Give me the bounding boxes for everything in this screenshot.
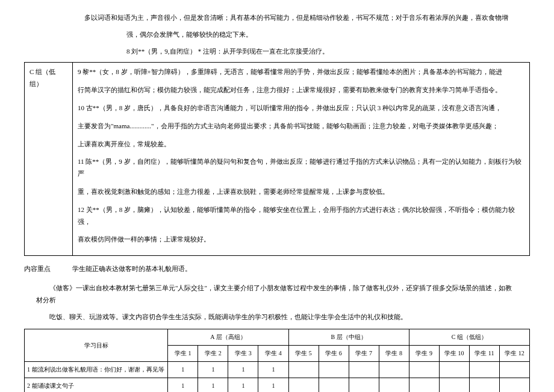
mark-cell: [499, 378, 529, 392]
intro-line2: 强，偶尔会发脾气，能够较快的稳定下来。: [126, 29, 530, 41]
mark-cell: [288, 362, 319, 378]
gc-p2: 行简单汉字的描红和仿写；模仿能力较强，能完成配对任务，注意力很好；上课常规很好，…: [78, 84, 524, 96]
th-student: 学生 7: [349, 346, 379, 362]
analysis-p2: 吃饭、聊天、玩游戏等。课文内容切合学生生活实际，既能调动学生的学习积极性，也能让…: [36, 311, 518, 323]
th-group-a: A 层（高组）: [168, 329, 288, 346]
mark-cell: [349, 378, 379, 392]
gc-p4: 主要发音为"mama............."，会用手指的方式主动向老师提出要…: [78, 120, 524, 132]
intro-line3: 8 刘**（男，9,自闭症）＊注明：从开学到现在一直在北京接受治疗。: [126, 46, 530, 58]
mark-cell: [439, 362, 469, 378]
analysis-p1: 《做客》一课出自校本教材第七册第三单元"人际交往"，课文主要介绍了小朋友做客过程…: [36, 282, 518, 306]
mark-cell: [409, 362, 439, 378]
mark-cell: [469, 362, 499, 378]
mark-cell: [499, 362, 529, 378]
th-student: 学生 9: [409, 346, 439, 362]
goal-text: 1 能流利说出做客礼貌用语：你们好，谢谢，再见等: [25, 362, 168, 378]
group-c-label: C 组（低组）: [25, 63, 73, 256]
goal-row: 2 能诵读课文句子1111: [25, 378, 530, 392]
th-goal: 学习目标: [25, 329, 168, 362]
gc-p5: 上课喜欢离开座位，常规较差。: [78, 138, 524, 151]
mark-cell: 1: [258, 362, 288, 378]
mark-cell: 1: [168, 362, 198, 378]
mark-cell: 1: [198, 362, 228, 378]
intro-line1: 多以词语和短语为主，声音很小，但是发音清晰；具有基本的书写能力，但是精细动作较差…: [84, 12, 530, 24]
mark-cell: [409, 378, 439, 392]
mark-cell: [379, 378, 409, 392]
gc-p7: 重，喜欢视觉刺激和触觉的感知；注意力很差，上课喜欢脱鞋，需要老师经常提醒常规，上…: [78, 186, 524, 198]
mark-cell: 1: [228, 378, 258, 392]
th-group-b: B 层（中组）: [288, 329, 409, 346]
th-student: 学生 4: [258, 346, 288, 362]
mark-cell: 1: [258, 378, 288, 392]
th-group-c: C 组（低组）: [409, 329, 529, 346]
th-student: 学生 6: [319, 346, 349, 362]
focus-label: 内容重点: [24, 263, 72, 275]
gc-p1: 9 黎**（女，8 岁，听障+智力障碍），多重障碍，无语言，能够看懂常用的手势，…: [78, 66, 524, 78]
mark-cell: [469, 378, 499, 392]
mark-cell: [379, 362, 409, 378]
th-student: 学生 8: [379, 346, 409, 362]
mark-cell: [319, 378, 349, 392]
th-student: 学生 10: [439, 346, 469, 362]
gc-p6: 11 陈**（男，9 岁，自闭症），能够听懂简单的疑问句和复合句，并做出反应；能…: [78, 156, 524, 180]
th-student: 学生 5: [288, 346, 319, 362]
th-student: 学生 1: [168, 346, 198, 362]
th-student: 学生 12: [499, 346, 529, 362]
th-student: 学生 3: [228, 346, 258, 362]
gc-p8: 12 关**（男，8 岁，脑瘫），认知较差，能够听懂简单的指令，能够安坐在位置上…: [78, 204, 524, 228]
mark-cell: 1: [228, 362, 258, 378]
mark-cell: [288, 378, 319, 392]
focus-section: 内容重点 学生能正确表达做客时的基本礼貌用语。: [24, 263, 530, 275]
group-c-content: 9 黎**（女，8 岁，听障+智力障碍），多重障碍，无语言，能够看懂常用的手势，…: [73, 63, 530, 256]
th-student: 学生 11: [469, 346, 499, 362]
th-student: 学生 2: [198, 346, 228, 362]
mark-cell: 1: [168, 378, 198, 392]
learning-target-table: 学习目标 A 层（高组） B 层（中组） C 组（低组） 学生 1 学生 2 学…: [24, 329, 530, 392]
group-c-table: C 组（低组） 9 黎**（女，8 岁，听障+智力障碍），多重障碍，无语言，能够…: [24, 62, 530, 256]
goal-text: 2 能诵读课文句子: [25, 378, 168, 392]
gc-p9: 喜欢模仿同伴做一样的事情；上课常规较好。: [78, 234, 524, 246]
mark-cell: [439, 378, 469, 392]
mark-cell: 1: [198, 378, 228, 392]
mark-cell: [349, 362, 379, 378]
goal-row: 1 能流利说出做客礼貌用语：你们好，谢谢，再见等1111: [25, 362, 530, 378]
focus-content: 学生能正确表达做客时的基本礼貌用语。: [72, 263, 530, 275]
mark-cell: [319, 362, 349, 378]
gc-p3: 10 古**（男，8 岁，唐氏），具备良好的非语言沟通能力，可以听懂常用的指令，…: [78, 102, 524, 114]
